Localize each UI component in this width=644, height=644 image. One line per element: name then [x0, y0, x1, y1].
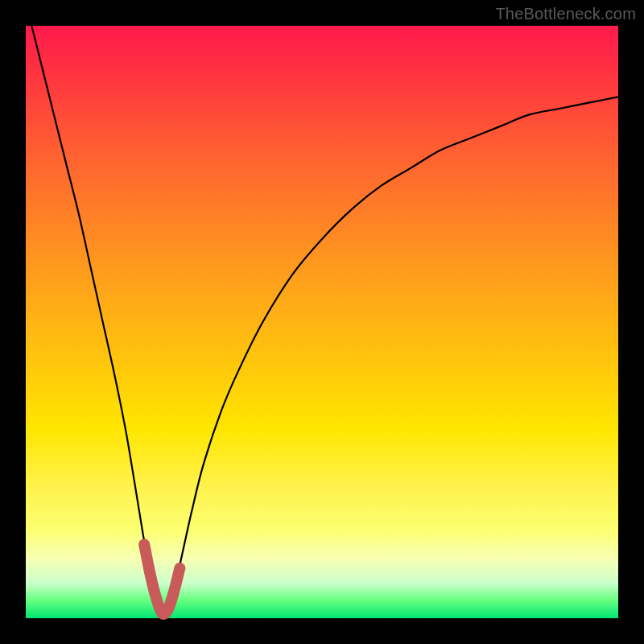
plot-area [26, 26, 618, 618]
watermark-text: TheBottleneck.com [495, 5, 636, 23]
chart-frame: TheBottleneck.com [0, 0, 644, 644]
bottleneck-curve [31, 26, 618, 613]
optimal-valley-highlight [144, 544, 180, 614]
curve-svg [26, 26, 618, 618]
